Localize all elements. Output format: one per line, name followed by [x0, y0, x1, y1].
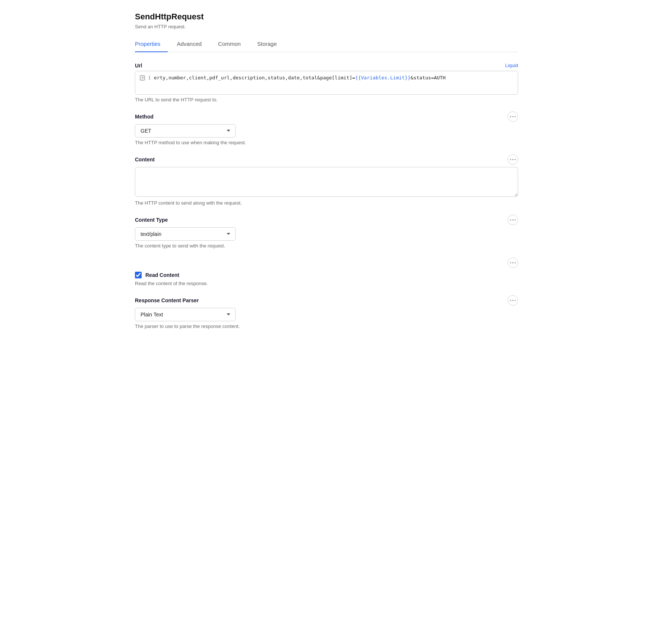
read-content-label: Read Content	[145, 272, 179, 278]
url-label: Url	[135, 63, 142, 69]
response-parser-select[interactable]: Plain Text JSON XML Binary	[135, 308, 236, 321]
svg-point-12	[515, 262, 516, 263]
content-section: Content The HTTP content to send along w…	[135, 154, 518, 206]
method-hint: The HTTP method to use when making the r…	[135, 140, 518, 145]
response-parser-hint: The parser to use to parse the response …	[135, 323, 518, 329]
content-type-hint: The content type to send with the reques…	[135, 243, 518, 249]
url-prefix: erty,number,client,pdf_url,description,s…	[154, 75, 355, 80]
svg-point-7	[510, 219, 511, 220]
read-content-section: Read Content Read the content of the res…	[135, 258, 518, 286]
svg-point-14	[512, 300, 514, 301]
content-textarea[interactable]	[135, 167, 518, 197]
page-title: SendHttpRequest	[135, 12, 518, 22]
svg-point-3	[515, 116, 516, 117]
tab-storage[interactable]: Storage	[256, 37, 284, 52]
tabs-bar: Properties Advanced Common Storage	[135, 37, 518, 52]
url-hint: The URL to send the HTTP request to.	[135, 97, 518, 102]
method-section: Method GET POST PUT PATCH DELETE The HTT…	[135, 111, 518, 145]
read-content-hint: Read the content of the response.	[135, 281, 518, 286]
url-variable: {{Variables.Limit}}	[355, 75, 411, 80]
content-type-section: Content Type text/plain application/json…	[135, 215, 518, 249]
tab-advanced[interactable]: Advanced	[175, 37, 209, 52]
svg-point-5	[512, 159, 514, 160]
svg-point-6	[515, 159, 516, 160]
svg-point-8	[512, 219, 514, 220]
expand-icon	[140, 75, 145, 82]
response-parser-label: Response Content Parser	[135, 297, 199, 303]
content-type-select[interactable]: text/plain application/json application/…	[135, 227, 236, 241]
liquid-link[interactable]: Liquid	[505, 63, 518, 68]
svg-point-13	[510, 300, 511, 301]
tab-common[interactable]: Common	[217, 37, 248, 52]
url-section: Url Liquid 1 erty,number,client,pdf_url,…	[135, 63, 518, 102]
content-more-icon[interactable]	[508, 154, 518, 165]
svg-point-1	[510, 116, 511, 117]
url-editor[interactable]: 1 erty,number,client,pdf_url,description…	[135, 71, 518, 95]
content-type-label: Content Type	[135, 217, 168, 223]
response-parser-more-icon[interactable]	[508, 295, 518, 306]
response-parser-section: Response Content Parser Plain Text JSON …	[135, 295, 518, 329]
svg-point-10	[510, 262, 511, 263]
method-select[interactable]: GET POST PUT PATCH DELETE	[135, 124, 236, 138]
url-value: erty,number,client,pdf_url,description,s…	[154, 75, 513, 80]
url-line-number: 1	[148, 75, 151, 80]
url-suffix: &status=AUTH	[411, 75, 446, 80]
content-hint: The HTTP content to send along with the …	[135, 200, 518, 206]
svg-point-15	[515, 300, 516, 301]
method-label: Method	[135, 114, 154, 120]
read-content-checkbox[interactable]	[135, 272, 142, 278]
content-type-more-icon[interactable]	[508, 215, 518, 225]
read-content-more-icon[interactable]	[508, 258, 518, 268]
svg-point-9	[515, 219, 516, 220]
svg-point-2	[512, 116, 514, 117]
content-label: Content	[135, 157, 155, 162]
method-more-icon[interactable]	[508, 111, 518, 122]
svg-point-11	[512, 262, 514, 263]
tab-properties[interactable]: Properties	[135, 37, 168, 52]
page-subtitle: Send an HTTP request.	[135, 24, 518, 29]
svg-point-4	[510, 159, 511, 160]
